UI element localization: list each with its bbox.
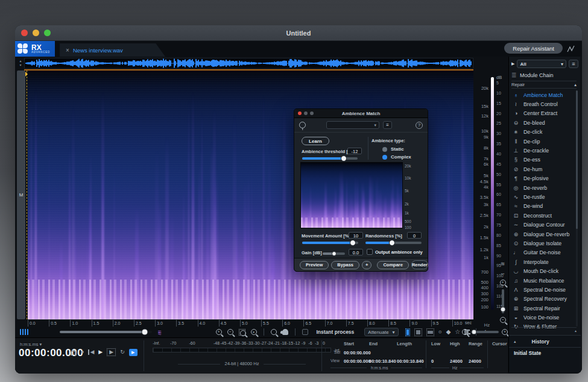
zoom-selection-icon[interactable] — [239, 329, 245, 336]
spectrogram-view-icon[interactable]: ≈ — [158, 329, 162, 335]
brush-tool-icon[interactable]: ◆ — [446, 329, 451, 335]
module-list-item[interactable]: ◑ Center Extract — [511, 109, 575, 118]
threshold-slider[interactable] — [302, 157, 358, 160]
movement-value[interactable]: 10 — [349, 232, 363, 239]
run-module-icon[interactable]: ▶ — [511, 61, 514, 66]
module-list-item[interactable]: ◡ Mouth De-click — [511, 266, 575, 275]
movement-slider[interactable] — [302, 242, 358, 244]
hzoom-in-icon[interactable]: + — [502, 329, 508, 335]
module-list-item[interactable]: ◎ De-reverb — [511, 183, 575, 192]
lasso-tool-icon[interactable]: ○ — [438, 329, 442, 335]
help-icon[interactable]: ? — [416, 122, 423, 129]
waveform-overview[interactable] — [24, 58, 473, 69]
time-frequency-selection-tool[interactable] — [414, 328, 422, 336]
vertical-zoom-slider[interactable] — [502, 289, 504, 313]
view-length[interactable]: 00:00:10.840 — [397, 359, 424, 364]
bypass-button[interactable]: Bypass — [331, 261, 359, 269]
play-output-button[interactable]: ▶ — [129, 349, 138, 356]
range-value[interactable]: 24000 — [469, 359, 481, 364]
module-list-item[interactable]: ⊖ De-bleed — [511, 118, 575, 127]
module-filter-dropdown[interactable]: All ▾ — [517, 60, 566, 68]
module-list-item[interactable]: ⊡ Deconstruct — [511, 211, 575, 220]
module-list-item[interactable]: ∫ Interpolate — [511, 257, 575, 266]
high-value[interactable]: 24000 — [450, 359, 463, 364]
scale-adjust-icon[interactable]: ↔ — [500, 271, 505, 276]
module-list-item[interactable]: ⊙ Dialogue Isolate — [511, 239, 575, 248]
horizontal-zoom-slider[interactable] — [471, 331, 499, 333]
sel-start[interactable]: 00:00:00.000 — [344, 350, 371, 355]
spectrogram-settings-icon[interactable]: ≋ — [501, 261, 505, 267]
module-list-item[interactable]: ∗ De-click — [511, 128, 575, 137]
zoom-out-vertical-icon[interactable]: − — [500, 317, 506, 323]
tab-close-icon[interactable]: × — [66, 47, 69, 54]
threshold-thumb[interactable] — [341, 155, 347, 161]
module-list-item[interactable]: ≀ Breath Control — [511, 99, 575, 108]
hzoom-thumb[interactable] — [471, 330, 476, 335]
module-list-item[interactable]: ≈ De-wind — [511, 202, 575, 211]
randomness-thumb[interactable] — [389, 240, 395, 246]
module-list-item[interactable]: ∼ Dialogue Contour — [511, 220, 575, 229]
process-mode-dropdown[interactable]: Attenuate ▾ — [364, 328, 398, 336]
module-list-item[interactable]: ⊛ Dialogue De-reverb — [511, 230, 575, 239]
output-ambience-checkbox[interactable] — [367, 249, 373, 255]
waveform-view-icon[interactable] — [20, 329, 28, 335]
loop-button[interactable]: ↻ — [120, 349, 125, 355]
gain-value[interactable]: 0.0 — [349, 249, 363, 255]
blend-slider-thumb[interactable] — [141, 329, 148, 336]
preview-button[interactable]: Preview — [300, 261, 329, 269]
module-list-item[interactable]: ♩ Guitar De-noise — [511, 248, 575, 257]
record-button[interactable]: ● — [81, 349, 84, 355]
preset-dropdown[interactable]: ▾ — [326, 121, 379, 129]
channel-strip[interactable]: M — [17, 70, 25, 319]
module-list-item[interactable]: § De-ess — [511, 155, 575, 164]
hzoom-out-icon[interactable]: − — [462, 329, 468, 335]
zoom-in-icon[interactable]: + — [216, 329, 222, 335]
next-section-header[interactable]: ▴ — [511, 327, 577, 333]
ambience-type-option[interactable]: Complex — [382, 153, 411, 161]
low-value[interactable]: 0 — [431, 359, 434, 364]
return-to-start-button[interactable]: ◀ — [88, 349, 94, 355]
zoom-in-vertical-icon[interactable]: + — [500, 280, 506, 286]
ambience-type-option[interactable]: Static — [382, 145, 411, 153]
time-ruler[interactable]: 0.00.51.01.52.02.53.03.54.04.55.05.56.06… — [28, 319, 473, 327]
history-collapse-icon[interactable]: ▴ — [514, 339, 516, 344]
magnify-tool-icon[interactable] — [271, 329, 277, 335]
repair-section-header[interactable]: Repair ▴ — [511, 81, 577, 89]
overview-collapse-control[interactable]: ▴▾ — [17, 59, 24, 69]
magic-wand-tool-icon[interactable]: ☆ — [455, 329, 460, 335]
module-list-item[interactable]: ⊕ Spectral Recovery — [511, 295, 575, 304]
zoom-fit-icon[interactable]: ⁎ — [251, 329, 257, 335]
module-list-item[interactable]: ◒ Voice De-noise — [511, 313, 575, 322]
play-button[interactable]: ▶ — [98, 349, 103, 355]
learn-button[interactable]: Learn — [302, 137, 329, 145]
play-selection-button[interactable]: ▶ — [107, 348, 116, 356]
file-tab[interactable]: × News interview.wav — [60, 43, 165, 57]
render-button[interactable]: Render — [411, 260, 428, 269]
randomness-slider[interactable] — [365, 242, 422, 244]
zoom-out-icon[interactable]: − — [227, 329, 233, 335]
repair-assistant-button[interactable]: Repair Assistant — [504, 43, 563, 54]
movement-thumb[interactable] — [350, 240, 356, 246]
time-selection-tool[interactable] — [405, 328, 410, 336]
view-end[interactable]: 00:00:10.840 — [369, 359, 396, 364]
level-meter[interactable] — [153, 348, 331, 352]
view-start[interactable]: 00:00:00.000 — [344, 359, 371, 364]
gain-thumb[interactable] — [332, 251, 337, 256]
module-list-item[interactable]: ¶ De-plosive — [511, 174, 575, 183]
preset-menu-icon[interactable]: ≡ — [383, 121, 392, 129]
randomness-value[interactable]: 0 — [407, 232, 422, 239]
module-list-item[interactable]: ⊘ De-hum — [511, 164, 575, 174]
module-list-item[interactable]: ⊥ De-crackle — [511, 146, 575, 155]
history-item[interactable]: Initial State — [509, 348, 581, 359]
waveform-spectrogram-blend-slider[interactable] — [60, 331, 152, 333]
threshold-value[interactable]: -12 — [347, 148, 362, 154]
frequency-selection-tool[interactable] — [426, 328, 434, 336]
vertical-zoom-thumb[interactable] — [500, 307, 505, 312]
add-button[interactable]: + — [362, 261, 371, 269]
module-list-item[interactable]: ♁ Ambience Match — [511, 90, 575, 99]
module-list-item[interactable]: ∿ De-rustle — [511, 192, 575, 201]
amplitude-gradient-bar[interactable] — [491, 77, 494, 310]
module-list-item[interactable]: ⊞ Spectral Repair — [511, 304, 575, 313]
compare-button[interactable]: Compare — [377, 261, 409, 269]
sidebar-menu-icon[interactable]: ≡ — [569, 60, 578, 68]
